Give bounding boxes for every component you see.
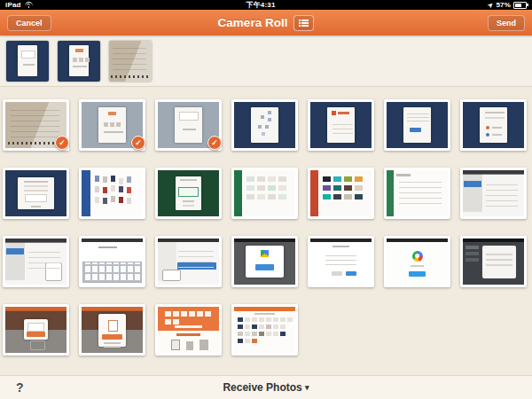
status-time: 下午4:31 bbox=[246, 0, 275, 10]
thumb-ppt-gallery bbox=[310, 170, 372, 216]
thumb-navy-text bbox=[463, 102, 524, 148]
photo-thumbnail[interactable] bbox=[3, 304, 69, 356]
thumb-navy-devices-sm bbox=[58, 41, 100, 82]
selected-check-icon: ✓ bbox=[207, 136, 222, 150]
selected-check-icon: ✓ bbox=[131, 136, 145, 150]
photo-thumbnail[interactable] bbox=[308, 99, 374, 151]
photo-thumbnail[interactable] bbox=[308, 168, 374, 219]
photo-thumbnail[interactable] bbox=[79, 168, 145, 219]
thumb-navy-card-tall bbox=[234, 102, 295, 148]
send-button[interactable]: Send bbox=[488, 15, 525, 31]
photo-thumbnail[interactable] bbox=[3, 236, 69, 287]
thumb-drive-dialog bbox=[234, 239, 295, 285]
receive-photos-label: Receive Photos bbox=[223, 381, 301, 394]
photo-thumbnail[interactable] bbox=[231, 236, 298, 287]
photo-thumbnail[interactable] bbox=[155, 236, 222, 287]
thumb-settings-sel bbox=[158, 239, 219, 285]
thumb-web-list bbox=[310, 239, 372, 285]
selected-strip-thumbnail[interactable] bbox=[109, 41, 152, 82]
thumb-dark-form bbox=[463, 239, 524, 285]
thumb-navy-form-sm bbox=[6, 41, 49, 82]
photo-thumbnail[interactable] bbox=[79, 304, 145, 356]
photo-thumbnail[interactable] bbox=[155, 304, 222, 356]
photo-thumbnail[interactable] bbox=[460, 236, 527, 287]
thumb-paper-note bbox=[109, 41, 152, 82]
battery-icon bbox=[513, 2, 527, 9]
nav-bar: Cancel Camera Roll Send bbox=[0, 10, 532, 35]
thumb-settings-popup bbox=[5, 239, 66, 285]
cancel-button[interactable]: Cancel bbox=[7, 15, 51, 31]
photo-thumbnail[interactable] bbox=[384, 168, 450, 219]
thumb-navy-dialog bbox=[5, 170, 66, 216]
thumb-navy-office bbox=[310, 102, 372, 148]
thumb-keyboard bbox=[82, 239, 143, 285]
status-bar: iPad 下午4:31 ➤ 57% bbox=[0, 0, 532, 10]
photo-thumbnail[interactable]: ✓ bbox=[3, 99, 69, 151]
selected-strip-thumbnail[interactable] bbox=[58, 41, 100, 82]
photo-thumbnail[interactable] bbox=[384, 99, 450, 151]
photo-thumbnail[interactable] bbox=[231, 304, 298, 356]
thumb-excel-dark bbox=[158, 170, 219, 216]
album-list-icon[interactable] bbox=[293, 15, 314, 31]
wifi-icon bbox=[24, 2, 34, 9]
page-title: Camera Roll bbox=[218, 16, 288, 29]
device-name: iPad bbox=[5, 1, 21, 9]
thumb-word-gallery bbox=[82, 170, 143, 216]
thumb-photo-grid bbox=[234, 307, 295, 353]
selected-check-icon: ✓ bbox=[55, 136, 69, 150]
thumb-pm-dialog-sm bbox=[5, 307, 66, 353]
photo-grid-area: ✓✓✓ bbox=[0, 87, 532, 376]
thumb-pm-dialog-lg bbox=[82, 307, 143, 353]
thumb-drive-list bbox=[387, 170, 448, 216]
bottom-bar: ? Receive Photos ▾ bbox=[0, 375, 532, 399]
location-arrow-icon: ➤ bbox=[487, 1, 495, 9]
thumb-settings bbox=[463, 170, 524, 216]
selected-photos-strip bbox=[0, 35, 532, 87]
thumb-send-receive bbox=[158, 307, 219, 353]
receive-photos-button[interactable]: Receive Photos ▾ bbox=[0, 381, 532, 394]
photo-thumbnail[interactable]: ✓ bbox=[79, 99, 145, 151]
dropdown-arrow-icon: ▾ bbox=[305, 383, 309, 392]
thumb-excel-templates bbox=[234, 170, 295, 216]
photo-thumbnail[interactable] bbox=[231, 168, 298, 219]
photo-thumbnail[interactable] bbox=[460, 168, 527, 219]
selected-strip-thumbnail[interactable] bbox=[6, 41, 49, 82]
photo-thumbnail[interactable] bbox=[231, 99, 298, 151]
photo-thumbnail[interactable] bbox=[460, 99, 527, 151]
photo-thumbnail[interactable] bbox=[3, 168, 69, 219]
photo-thumbnail[interactable] bbox=[384, 236, 450, 287]
thumb-navy-login bbox=[387, 102, 448, 148]
photo-thumbnail[interactable]: ✓ bbox=[155, 99, 222, 151]
photo-thumbnail[interactable] bbox=[79, 236, 145, 287]
photo-grid: ✓✓✓ bbox=[3, 99, 529, 356]
thumb-drive-logo bbox=[387, 239, 448, 285]
photo-thumbnail[interactable] bbox=[308, 236, 374, 287]
photo-thumbnail[interactable] bbox=[155, 168, 222, 219]
battery-percent: 57% bbox=[496, 1, 511, 9]
